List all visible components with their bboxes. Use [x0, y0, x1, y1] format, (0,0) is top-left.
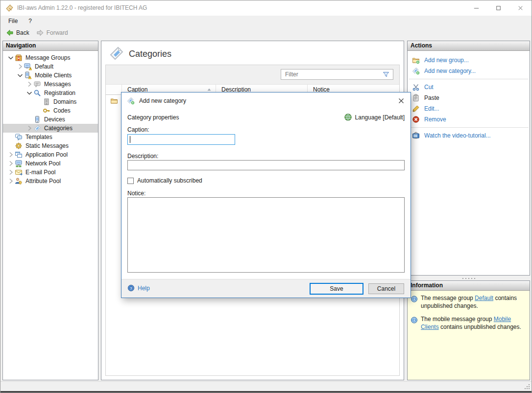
- network-pool-icon: [15, 160, 23, 167]
- action-paste[interactable]: Paste: [408, 92, 530, 103]
- tree-item-categories[interactable]: Categories: [3, 124, 98, 133]
- back-button[interactable]: Back: [2, 27, 33, 39]
- tree-item-templates[interactable]: Templates: [3, 133, 98, 141]
- filter-icon[interactable]: [382, 70, 390, 78]
- chevron-spacer: [7, 142, 15, 150]
- menu-item-help[interactable]: ?: [23, 16, 37, 27]
- separator: [409, 79, 529, 79]
- caption-field[interactable]: [127, 134, 235, 145]
- tree-item-attribute-pool[interactable]: Attribute Pool: [3, 177, 98, 185]
- chevron-expanded-icon[interactable]: [16, 71, 24, 79]
- tree-item-label: Mobile Clients: [35, 72, 72, 79]
- tree-item-label: Static Messages: [25, 142, 69, 149]
- info-link-default[interactable]: Default: [475, 295, 493, 301]
- maximize-button[interactable]: [487, 0, 509, 16]
- tree-item-static-messages[interactable]: Static Messages: [3, 141, 98, 150]
- tree-item-e-mail-pool[interactable]: E-mail Pool: [3, 168, 98, 177]
- notice-label: Notice:: [127, 190, 145, 197]
- tree-item-label: E-mail Pool: [25, 169, 55, 176]
- help-link[interactable]: ? Help: [127, 284, 150, 292]
- static-messages-icon: [15, 142, 23, 150]
- categories-icon: [33, 124, 41, 132]
- panel-splitter[interactable]: [407, 277, 530, 280]
- information-body: The message group Default contains unpub…: [408, 291, 530, 380]
- tree-item-codes[interactable]: Codes: [3, 106, 98, 115]
- chevron-expanded-icon[interactable]: [7, 54, 15, 62]
- window-title: IBI-aws Admin 1.22.0 - registered for IB…: [17, 0, 147, 16]
- maximize-icon: [495, 4, 502, 12]
- chevron-spacer: [35, 107, 43, 115]
- description-label: Description:: [127, 153, 158, 160]
- tree-item-network-pool[interactable]: Network Pool: [3, 159, 98, 168]
- action-edit[interactable]: Edit...: [408, 103, 530, 114]
- tree-item-registration[interactable]: Registration: [3, 89, 98, 97]
- info-link-mobile-clients[interactable]: Mobile Clients: [421, 316, 511, 330]
- action-remove[interactable]: Remove: [408, 114, 530, 125]
- tree-item-application-pool[interactable]: Application Pool: [3, 150, 98, 159]
- tree-item-mobile-clients[interactable]: Mobile Clients: [3, 71, 98, 80]
- forward-button[interactable]: Forward: [33, 27, 72, 39]
- application-pool-icon: [15, 151, 23, 159]
- chevron-collapsed-icon[interactable]: [7, 160, 15, 167]
- tree-item-message-groups[interactable]: Message Groups: [3, 53, 98, 62]
- app-icon: [5, 4, 14, 12]
- dialog-title: Add new category: [139, 97, 186, 104]
- filter-box: [281, 69, 393, 80]
- action-label: Watch the video-tutorial...: [424, 132, 491, 139]
- tree-item-label: Registration: [44, 90, 75, 96]
- chevron-spacer: [35, 98, 43, 106]
- close-icon: [517, 4, 524, 12]
- action-label: Cut: [424, 84, 434, 91]
- tree-item-label: Attribute Pool: [25, 178, 61, 185]
- action-label: Paste: [424, 94, 439, 101]
- chevron-expanded-icon[interactable]: [25, 89, 33, 97]
- tree-item-messages[interactable]: Messages: [3, 80, 98, 89]
- section-label: Category properties: [127, 114, 179, 121]
- filter-input[interactable]: [281, 71, 382, 78]
- chevron-collapsed-icon[interactable]: [25, 80, 33, 88]
- auto-subscribed-checkbox[interactable]: [127, 178, 134, 184]
- minimize-button[interactable]: [465, 0, 487, 16]
- information-panel: Information The message group Default co…: [407, 280, 530, 380]
- default-group-icon: [24, 63, 32, 70]
- devices-icon: [33, 116, 41, 123]
- forward-icon: [36, 29, 44, 37]
- action-add-new-category[interactable]: Add new category...: [408, 66, 530, 76]
- save-button[interactable]: Save: [310, 283, 363, 295]
- close-button[interactable]: [509, 0, 532, 16]
- separator: [409, 127, 529, 128]
- chevron-spacer: [25, 116, 33, 123]
- info-text: The mobile message group Mobile Clients …: [421, 316, 527, 331]
- help-icon: ?: [127, 284, 135, 292]
- app-window: IBI-aws Admin 1.22.0 - registered for IB…: [0, 0, 532, 393]
- column-header-selector[interactable]: [106, 85, 122, 94]
- chevron-collapsed-icon[interactable]: [25, 124, 33, 132]
- language-selector[interactable]: Language [Default]: [344, 113, 405, 121]
- notice-field[interactable]: [127, 197, 405, 273]
- domains-icon: [43, 98, 50, 106]
- description-field[interactable]: [127, 160, 405, 170]
- tree-item-devices[interactable]: Devices: [3, 115, 98, 124]
- text-caret: [130, 136, 130, 143]
- resize-grip-icon[interactable]: [524, 384, 531, 390]
- chevron-collapsed-icon[interactable]: [7, 177, 15, 185]
- back-icon: [6, 29, 14, 37]
- chevron-collapsed-icon[interactable]: [16, 63, 24, 70]
- action-add-new-group[interactable]: Add new group...: [408, 55, 530, 66]
- cancel-button[interactable]: Cancel: [368, 283, 404, 294]
- tree-item-domains[interactable]: Domains: [3, 97, 98, 106]
- action-label: Remove: [424, 116, 446, 123]
- action-cut[interactable]: Cut: [408, 82, 530, 92]
- tree-item-default[interactable]: Default: [3, 62, 98, 71]
- menu-item-file[interactable]: File: [3, 16, 23, 27]
- dialog-footer: ? Help Save Cancel: [121, 279, 411, 298]
- chevron-collapsed-icon[interactable]: [7, 151, 15, 159]
- action-watch-the-video-tutorial[interactable]: Watch the video-tutorial...: [408, 130, 530, 141]
- window-bottom-edge: [0, 391, 532, 393]
- templates-icon: [15, 133, 23, 141]
- tree-item-label: Codes: [53, 107, 71, 114]
- chevron-collapsed-icon[interactable]: [7, 168, 15, 176]
- info-item: The mobile message group Mobile Clients …: [411, 316, 527, 331]
- dialog-close-icon[interactable]: [397, 97, 405, 105]
- dialog-title-bar: Add new category: [121, 92, 411, 109]
